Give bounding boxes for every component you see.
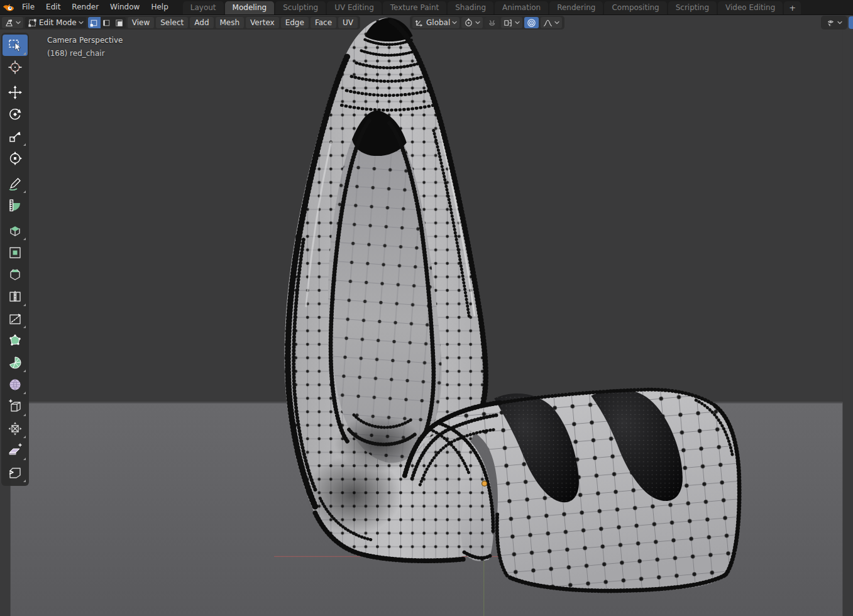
overlays-toggle-partial[interactable] xyxy=(849,16,853,29)
extrude-region-icon xyxy=(8,223,23,238)
edge-select-button[interactable] xyxy=(101,17,113,28)
tool-shrink-fatten[interactable] xyxy=(3,418,28,439)
add-workspace-button[interactable]: + xyxy=(784,1,801,14)
menu-select[interactable]: Select xyxy=(156,17,188,28)
tool-shear[interactable] xyxy=(3,440,28,461)
smooth-icon xyxy=(8,377,23,392)
tool-scale[interactable] xyxy=(3,126,28,147)
view-name-label: Camera Perspective xyxy=(47,36,123,45)
tool-inset-faces[interactable] xyxy=(3,242,28,263)
select-mode-group xyxy=(88,17,126,28)
tab-video-editing[interactable]: Video Editing xyxy=(718,1,783,14)
editor-3d-viewport-icon xyxy=(4,18,14,28)
bevel-icon xyxy=(8,267,23,282)
spin-icon xyxy=(8,355,23,370)
face-select-button[interactable] xyxy=(113,17,126,28)
tab-texture-paint[interactable]: Texture Paint xyxy=(383,1,446,14)
tab-layout[interactable]: Layout xyxy=(183,1,224,14)
chevron-down-icon xyxy=(16,21,21,25)
tool-measure[interactable] xyxy=(3,195,28,216)
edge-slide-icon xyxy=(8,399,23,414)
tool-rip-region[interactable] xyxy=(3,462,28,483)
snap-magnet-icon xyxy=(487,18,497,28)
snap-target-icon xyxy=(504,18,513,28)
blender-logo-icon[interactable] xyxy=(0,0,16,14)
object-origin-dot[interactable] xyxy=(482,481,487,486)
viewport-canvas[interactable]: Camera Perspective (168) red_chair Edit … xyxy=(0,15,853,616)
proportional-editing-toggle[interactable] xyxy=(524,17,539,28)
tool-transform[interactable] xyxy=(3,148,28,169)
menu-add[interactable]: Add xyxy=(190,17,213,28)
tab-scripting[interactable]: Scripting xyxy=(668,1,717,14)
tab-rendering[interactable]: Rendering xyxy=(549,1,603,14)
shear-icon xyxy=(8,443,23,458)
tool-move[interactable] xyxy=(3,82,28,103)
vertex-select-icon xyxy=(89,18,99,28)
viewport-header-left: Edit Mode Vi xyxy=(0,16,360,30)
tab-uv-editing[interactable]: UV Editing xyxy=(327,1,382,14)
tool-bevel[interactable] xyxy=(3,264,28,285)
gizmo-visibility-dropdown[interactable] xyxy=(823,17,845,28)
pivot-point-icon xyxy=(464,18,473,28)
tool-loop-cut[interactable] xyxy=(3,286,28,307)
orientation-axes-icon xyxy=(415,18,424,28)
tab-animation[interactable]: Animation xyxy=(495,1,548,14)
topbar: File Edit Render Window Help Layout Mode… xyxy=(0,0,853,15)
tool-smooth[interactable] xyxy=(3,374,28,395)
editor-type-button[interactable] xyxy=(2,17,23,28)
menu-file[interactable]: File xyxy=(16,0,40,14)
annotate-pencil-icon xyxy=(8,176,23,191)
pivot-point-dropdown[interactable] xyxy=(461,17,483,28)
edge-select-icon xyxy=(102,18,111,28)
chevron-down-icon xyxy=(452,21,457,25)
falloff-curve-icon xyxy=(543,18,553,28)
tool-extrude-region[interactable] xyxy=(3,220,28,241)
menu-edit[interactable]: Edit xyxy=(40,0,66,14)
tab-compositing[interactable]: Compositing xyxy=(604,1,666,14)
tool-select-box[interactable] xyxy=(3,35,28,56)
select-box-icon xyxy=(8,38,23,53)
tool-knife[interactable] xyxy=(3,308,28,329)
menu-face[interactable]: Face xyxy=(311,17,336,28)
tool-rotate[interactable] xyxy=(3,104,28,125)
tool-annotate[interactable] xyxy=(3,173,28,194)
tool-poly-build[interactable] xyxy=(3,330,28,351)
edit-mode-cube-icon xyxy=(28,18,37,28)
transform-orientation-dropdown[interactable]: Global xyxy=(412,17,460,28)
snap-target-dropdown[interactable] xyxy=(501,17,522,28)
menu-window[interactable]: Window xyxy=(104,0,145,14)
menu-view[interactable]: View xyxy=(128,17,154,28)
mode-dropdown[interactable]: Edit Mode xyxy=(25,17,86,28)
proportional-editing-bullseye-icon xyxy=(527,18,536,28)
menu-uv[interactable]: UV xyxy=(338,17,358,28)
mode-dropdown-label: Edit Mode xyxy=(39,18,77,27)
chevron-down-icon xyxy=(837,21,842,25)
tab-sculpting[interactable]: Sculpting xyxy=(275,1,326,14)
face-select-icon xyxy=(114,18,124,28)
inset-faces-icon xyxy=(8,245,23,260)
tool-shelf xyxy=(1,33,29,486)
move-icon xyxy=(8,85,23,100)
tool-cursor[interactable] xyxy=(3,57,28,78)
vertex-select-button[interactable] xyxy=(88,17,101,28)
poly-build-icon xyxy=(8,333,23,348)
scale-icon xyxy=(8,129,23,144)
scene-3d xyxy=(0,15,853,616)
menu-render[interactable]: Render xyxy=(66,0,104,14)
tool-spin[interactable] xyxy=(3,352,28,373)
menu-vertex[interactable]: Vertex xyxy=(246,17,279,28)
viewport-header-right xyxy=(821,16,847,30)
chevron-down-icon xyxy=(475,21,480,25)
menu-help[interactable]: Help xyxy=(145,0,173,14)
viewport-header-middle: Global xyxy=(410,16,564,30)
tab-shading[interactable]: Shading xyxy=(448,1,493,14)
menu-mesh[interactable]: Mesh xyxy=(216,17,245,28)
measure-icon xyxy=(8,198,23,213)
snap-toggle-button[interactable] xyxy=(485,17,499,28)
tool-edge-slide[interactable] xyxy=(3,396,28,417)
tab-modeling[interactable]: Modeling xyxy=(225,1,275,14)
transform-icon xyxy=(8,151,23,166)
menu-edge[interactable]: Edge xyxy=(281,17,309,28)
falloff-dropdown[interactable] xyxy=(541,17,562,28)
active-object-label: (168) red_chair xyxy=(47,49,105,58)
